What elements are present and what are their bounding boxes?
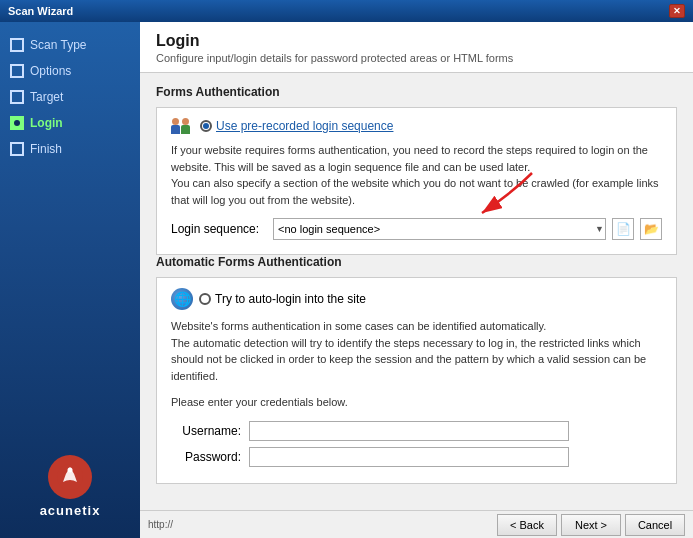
person1-body bbox=[171, 125, 180, 134]
person2-icon bbox=[181, 118, 190, 134]
auto-auth-option-row: Try to auto-login into the site bbox=[171, 288, 662, 310]
svg-point-1 bbox=[68, 468, 73, 473]
login-sequence-label: Login sequence: bbox=[171, 222, 267, 236]
back-button[interactable]: < Back bbox=[497, 514, 557, 536]
forms-auth-option-row: Use pre-recorded login sequence bbox=[171, 118, 662, 134]
globe-icon bbox=[171, 288, 193, 310]
window-title: Scan Wizard bbox=[8, 5, 73, 17]
new-sequence-button[interactable]: 📄 bbox=[612, 218, 634, 240]
person1-icon bbox=[171, 118, 180, 134]
acunetix-logo: acunetix bbox=[0, 455, 140, 518]
password-label: Password: bbox=[171, 450, 241, 464]
sidebar-bullet-login bbox=[10, 116, 24, 130]
use-prerecorded-label[interactable]: Use pre-recorded login sequence bbox=[200, 119, 393, 133]
person1-head bbox=[172, 118, 179, 125]
content-header: Login Configure input/login details for … bbox=[140, 22, 693, 73]
sidebar-item-scan-type[interactable]: Scan Type bbox=[0, 32, 140, 58]
new-file-icon: 📄 bbox=[616, 222, 631, 236]
red-arrow-annotation bbox=[442, 163, 562, 223]
status-bar: http:// < Back Next > Cancel bbox=[140, 510, 693, 538]
open-folder-icon: 📂 bbox=[644, 222, 659, 236]
auto-login-label[interactable]: Try to auto-login into the site bbox=[199, 292, 366, 306]
close-button[interactable]: ✕ bbox=[669, 4, 685, 18]
password-row: Password: bbox=[171, 447, 662, 467]
use-prerecorded-text: Use pre-recorded login sequence bbox=[216, 119, 393, 133]
person2-body bbox=[181, 125, 190, 134]
auto-auth-description: Website's forms authentication in some c… bbox=[171, 318, 662, 384]
sidebar-bullet-finish bbox=[10, 142, 24, 156]
username-label: Username: bbox=[171, 424, 241, 438]
sidebar-item-login[interactable]: Login bbox=[0, 110, 140, 136]
sidebar-bullet-scan-type bbox=[10, 38, 24, 52]
sidebar-label-target: Target bbox=[30, 90, 63, 104]
forms-auth-description: If your website requires forms authentic… bbox=[171, 142, 662, 208]
content-body: Forms Authentication bbox=[140, 73, 693, 510]
page-title: Login bbox=[156, 32, 677, 50]
sidebar-item-target[interactable]: Target bbox=[0, 84, 140, 110]
password-input[interactable] bbox=[249, 447, 569, 467]
cancel-button[interactable]: Cancel bbox=[625, 514, 685, 536]
use-prerecorded-radio[interactable] bbox=[200, 120, 212, 132]
window-controls: ✕ bbox=[669, 4, 685, 18]
open-sequence-button[interactable]: 📂 bbox=[640, 218, 662, 240]
logo-icon bbox=[48, 455, 92, 499]
title-bar: Scan Wizard ✕ bbox=[0, 0, 693, 22]
next-button[interactable]: Next > bbox=[561, 514, 621, 536]
persons-icon bbox=[171, 118, 190, 134]
sidebar-item-options[interactable]: Options bbox=[0, 58, 140, 84]
main-container: Scan Type Options Target Login Finish bbox=[0, 22, 693, 538]
logo-text: acunetix bbox=[40, 503, 101, 518]
auto-auth-title: Automatic Forms Authentication bbox=[156, 255, 677, 269]
auto-login-text: Try to auto-login into the site bbox=[215, 292, 366, 306]
auto-login-radio[interactable] bbox=[199, 293, 211, 305]
sidebar-bullet-target bbox=[10, 90, 24, 104]
sidebar-label-options: Options bbox=[30, 64, 71, 78]
forms-auth-title: Forms Authentication bbox=[156, 85, 677, 99]
username-row: Username: bbox=[171, 421, 662, 441]
sidebar-bullet-options bbox=[10, 64, 24, 78]
sidebar-item-finish[interactable]: Finish bbox=[0, 136, 140, 162]
creds-intro: Please enter your credentials below. bbox=[171, 394, 662, 411]
username-input[interactable] bbox=[249, 421, 569, 441]
login-sequence-row: Login sequence: <no login sequence> ▼ 📄 … bbox=[171, 218, 662, 240]
content-panel: Login Configure input/login details for … bbox=[140, 22, 693, 538]
sidebar-label-scan-type: Scan Type bbox=[30, 38, 86, 52]
sidebar-label-login: Login bbox=[30, 116, 63, 130]
page-subtitle: Configure input/login details for passwo… bbox=[156, 52, 677, 64]
status-url: http:// bbox=[148, 519, 173, 530]
auto-auth-box: Try to auto-login into the site Website'… bbox=[156, 277, 677, 484]
forms-auth-box: Use pre-recorded login sequence If your … bbox=[156, 107, 677, 255]
sidebar: Scan Type Options Target Login Finish bbox=[0, 22, 140, 538]
sidebar-label-finish: Finish bbox=[30, 142, 62, 156]
person2-head bbox=[182, 118, 189, 125]
nav-buttons: < Back Next > Cancel bbox=[497, 514, 685, 536]
